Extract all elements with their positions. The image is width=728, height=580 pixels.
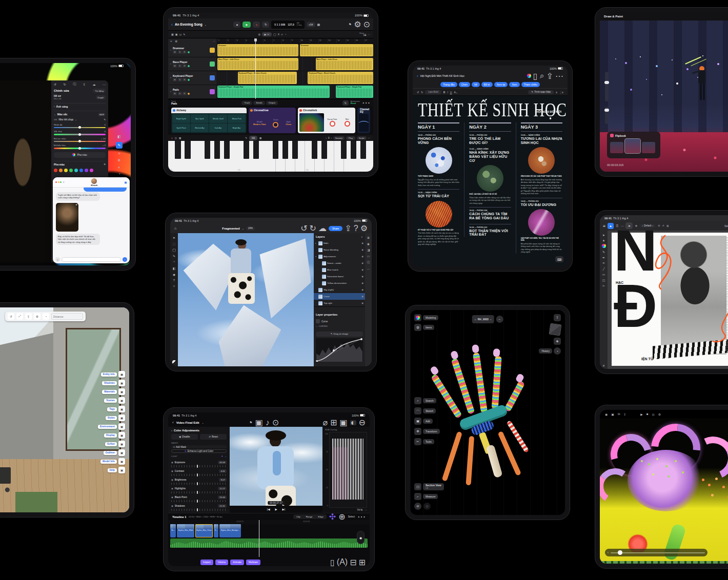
document-page[interactable]: THIẾT KẾ SINH HỌC HỘI NGHỊ ĐỔI MỚI NGÀY … xyxy=(413,96,568,266)
doc-name[interactable]: Fragmented xyxy=(222,227,239,230)
font-name-field[interactable]: Lato Bold xyxy=(425,90,441,94)
sparkle-icon[interactable]: ✦ xyxy=(221,455,223,458)
plugin-channeleq[interactable]: Channel EQ xyxy=(357,108,370,133)
lasso-tool-icon[interactable]: ◯ xyxy=(172,248,176,252)
timeline-scrubber[interactable]: ‖ xyxy=(605,549,707,556)
tools-icon[interactable]: ✂ xyxy=(414,438,421,445)
text-style-icon[interactable]: A⌄ xyxy=(454,91,458,94)
timeline-zoom-level[interactable]: 74 % xyxy=(357,509,362,511)
avatar[interactable] xyxy=(91,178,97,184)
record-enable-button[interactable]: R xyxy=(183,64,187,68)
tool-label[interactable]: Add xyxy=(423,419,433,424)
expand-icon[interactable]: ⊞ xyxy=(359,557,366,567)
keyboard-mode-button[interactable]: ⌨ xyxy=(249,136,257,140)
more-icon[interactable]: ⋯ xyxy=(555,71,563,81)
comment-icon[interactable]: ▭ xyxy=(367,255,370,258)
home-icon[interactable]: ⌂ xyxy=(174,226,176,230)
layer-row[interactable]: Yellow desaturation ◉ xyxy=(314,280,365,286)
snap-icon[interactable]: ◈ xyxy=(554,338,561,345)
device-icon[interactable]: ▯ xyxy=(533,71,538,81)
record-enable-button[interactable]: R xyxy=(183,92,187,95)
play-icon[interactable]: ▶ xyxy=(640,412,643,416)
ribbon-tab[interactable]: Trang đầu xyxy=(440,82,457,87)
track-row[interactable]: 4 Pads M S R xyxy=(168,85,373,99)
orbit-button[interactable]: ◎ xyxy=(423,503,431,510)
move-tool-icon[interactable]: ➤ xyxy=(625,222,633,229)
layout-icon[interactable]: ⊞ xyxy=(330,418,337,427)
octave-down-icon[interactable]: ‹ xyxy=(326,137,327,139)
panel-button[interactable]: Soften▣ xyxy=(98,441,125,447)
layer-row[interactable]: ▾ Adjustments ◉ xyxy=(314,253,365,260)
plugin-alchemy[interactable]: Alchemy Bright Synth Epic SynthMetallic … xyxy=(171,108,247,133)
section-view-icon[interactable]: ◫ xyxy=(414,483,421,490)
crop-tool-icon[interactable]: ◫ xyxy=(602,278,605,282)
window-controls[interactable] xyxy=(55,181,62,183)
more-icon[interactable]: ⋯ xyxy=(368,33,370,36)
stop-button[interactable]: ■ xyxy=(233,22,240,28)
brush-opacity-slider[interactable] xyxy=(605,107,609,124)
visibility-eye-icon[interactable]: ◉ xyxy=(361,302,363,304)
modeling-button[interactable]: Modeling xyxy=(423,315,438,320)
hue-dot[interactable] xyxy=(54,169,57,172)
close-icon[interactable]: ✕ xyxy=(602,364,605,367)
track-lane[interactable] xyxy=(217,44,373,57)
color-wheel-icon[interactable] xyxy=(527,74,531,78)
export-icon[interactable]: ⤢ xyxy=(16,313,23,320)
browse-button[interactable]: Duyệt xyxy=(96,95,106,99)
reset-button[interactable]: ↺Reset xyxy=(200,434,227,440)
detach-icon[interactable]: ⊟ xyxy=(350,557,356,567)
octave-up-icon[interactable]: › xyxy=(331,137,332,139)
more-icon[interactable]: ⋯ xyxy=(367,267,370,271)
play-surface-button[interactable]: Play xyxy=(346,136,355,140)
flipbook-frame[interactable] xyxy=(642,142,655,153)
layer-row[interactable]: Blue match ◉ xyxy=(314,266,365,273)
redo-icon[interactable]: ↻ xyxy=(421,91,423,94)
mute-tool-icon[interactable]: X xyxy=(278,33,279,36)
video-call-icon[interactable]: ▣ xyxy=(124,180,127,184)
wb-select[interactable]: Như khi chụp xyxy=(58,118,73,121)
undo-icon[interactable]: ↺ xyxy=(54,82,56,86)
pencil-icon[interactable]: ✎ xyxy=(245,137,247,139)
flipbook-frame-selected[interactable] xyxy=(625,139,640,153)
scrubber-knob[interactable] xyxy=(618,550,622,555)
timeline-clip[interactable]: Skyline_Blue_Wide xyxy=(177,524,194,537)
automation-pencil-icon[interactable]: ✎ xyxy=(342,100,349,106)
doc-title[interactable]: Hội Nghị Đổi Mới-Thiết Kế Sinh Học xyxy=(420,74,464,77)
layer-row[interactable]: Sweat…ooder ◉ xyxy=(314,260,365,266)
preset-cell[interactable]: Bright Arp xyxy=(228,123,246,132)
slider-knob[interactable] xyxy=(78,140,81,142)
info-icon[interactable]: ⓘ xyxy=(367,261,370,264)
preset-cell[interactable]: Metallic Swell xyxy=(209,114,227,123)
curves-section-label[interactable]: CURVES xyxy=(319,325,328,327)
share-icon[interactable]: ⇪ xyxy=(25,313,32,320)
record-button[interactable]: ● xyxy=(253,22,260,28)
back-icon[interactable]: ‹ xyxy=(417,74,418,78)
bw-button[interactable]: B&W xyxy=(98,113,106,116)
inspector-tab[interactable]: Output xyxy=(266,101,278,105)
message-photo-attachment[interactable]: ⊗ xyxy=(56,203,78,232)
split-tool-icon[interactable]: ⊹ xyxy=(281,33,283,36)
render-icon[interactable]: ◉ xyxy=(605,412,608,416)
mute-button[interactable]: M xyxy=(173,92,177,95)
editors-view-icon[interactable]: ▣ xyxy=(175,33,178,36)
mode-segment[interactable]: Range xyxy=(304,515,315,519)
masking-icon[interactable]: ◐ xyxy=(118,165,120,169)
adjustment-slider[interactable]: ◉Highlights11.27 xyxy=(171,487,227,493)
type-tool-icon[interactable]: T xyxy=(173,279,175,282)
search-icon[interactable]: ⌕ xyxy=(540,71,544,80)
black-key[interactable] xyxy=(253,141,259,159)
mute-button[interactable]: M xyxy=(173,64,177,68)
more-icon[interactable]: ⋯ xyxy=(365,509,367,511)
plugin-chromaglow[interactable]: ChromaGlow ModelModern Tube Drive StyleC… xyxy=(249,108,296,133)
scale-button[interactable]: Scale xyxy=(357,136,366,140)
black-key[interactable] xyxy=(341,141,347,159)
visibility-eye-icon[interactable]: ◉ xyxy=(361,288,363,291)
fill-tool-icon[interactable]: ◆ xyxy=(173,273,175,276)
black-key[interactable] xyxy=(185,141,190,159)
add-mask-button[interactable]: +Add Mask xyxy=(171,445,227,448)
black-key[interactable] xyxy=(292,141,298,159)
hide-ui-button[interactable]: − xyxy=(496,316,503,323)
color-swatch[interactable] xyxy=(172,360,176,364)
versions-icon[interactable]: ◔ xyxy=(118,172,120,176)
copy-tool-icon[interactable]: ⧉ xyxy=(258,33,260,36)
